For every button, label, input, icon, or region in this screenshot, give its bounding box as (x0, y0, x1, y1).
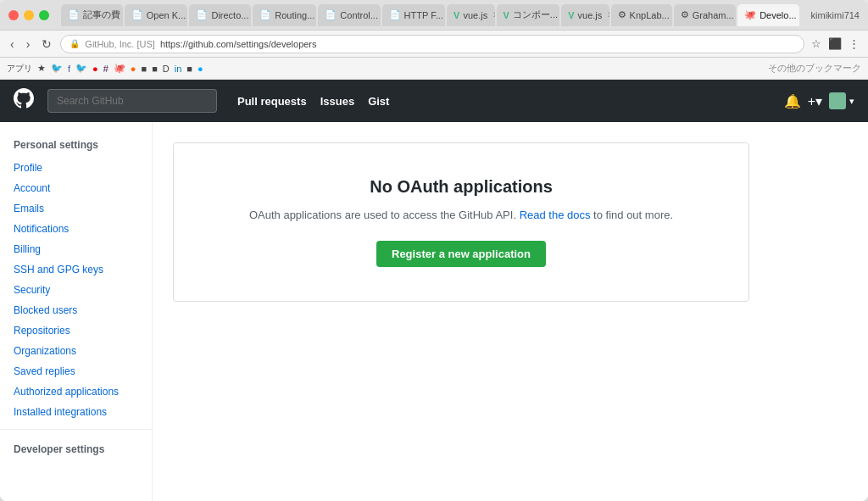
tab-kiji[interactable]: 📄 記事の費 ✕ (61, 4, 123, 26)
sidebar-item-organizations[interactable]: Organizations (0, 341, 152, 361)
tab-knplab[interactable]: ⚙ KnpLab... ✕ (611, 4, 672, 26)
register-new-app-button[interactable]: Register a new application (376, 241, 546, 267)
personal-settings-title: Personal settings (0, 136, 152, 158)
oauth-title: No OAuth applications (191, 177, 732, 197)
tab-open[interactable]: 📄 Open K... ✕ (125, 4, 188, 26)
tab-favicon: V (568, 10, 574, 20)
sidebar-item-repositories[interactable]: Repositories (0, 320, 152, 341)
refresh-button[interactable]: ↻ (38, 36, 55, 53)
tab-label: KnpLab... (630, 10, 670, 20)
page-body: Personal settings Profile Account Emails… (0, 122, 868, 501)
content-area: No OAuth applications OAuth applications… (153, 122, 868, 501)
bookmark-circle1[interactable]: ● (92, 64, 98, 74)
maximize-button[interactable] (39, 10, 49, 20)
tab-label: vue.js (578, 10, 603, 20)
tab-label: Control... (340, 10, 378, 20)
sidebar-item-saved-replies[interactable]: Saved replies (0, 361, 152, 381)
back-button[interactable]: ‹ (7, 36, 18, 53)
tabs-bar: 📄 記事の費 ✕ 📄 Open K... ✕ 📄 Directo... ✕ 📄 … (61, 4, 799, 26)
oauth-desc-suffix: to find out more. (593, 209, 673, 221)
bookmark-circle2[interactable]: ● (131, 64, 136, 74)
tab-label: 記事の費 (83, 8, 120, 21)
nav-pull-requests[interactable]: Pull requests (237, 95, 307, 108)
sidebar-item-notifications[interactable]: Notifications (0, 219, 152, 239)
oauth-desc-text: OAuth applications are used to access th… (249, 209, 516, 221)
tab-http[interactable]: 📄 HTTP F... ✕ (382, 4, 445, 26)
oauth-box: No OAuth applications OAuth applications… (173, 142, 749, 302)
address-text: https://github.com/settings/developers (160, 39, 317, 49)
sidebar-item-profile[interactable]: Profile (0, 158, 152, 178)
bookmark-linkedin[interactable]: in (175, 64, 182, 74)
browser-window: 📄 記事の費 ✕ 📄 Open K... ✕ 📄 Directo... ✕ 📄 … (0, 0, 868, 501)
address-company: GitHub, Inc. [US] (85, 39, 155, 49)
tab-routing[interactable]: 📄 Routing... ✕ (253, 4, 316, 26)
sidebar-item-authorized-apps[interactable]: Authorized applications (0, 381, 152, 402)
main-content: Pull requests Issues Gist 🔔 +▾ ▾ Persona… (0, 80, 868, 501)
bookmark-star[interactable]: ★ (37, 63, 46, 74)
tab-directo[interactable]: 📄 Directo... ✕ (189, 4, 251, 26)
close-button[interactable] (8, 10, 19, 20)
tab-close-icon[interactable]: ✕ (607, 10, 609, 19)
tab-control[interactable]: 📄 Control... ✕ (318, 4, 380, 26)
avatar (829, 92, 846, 109)
user-avatar-button[interactable]: ▾ (829, 92, 854, 109)
bookmark-twitter[interactable]: 🐦 (51, 63, 63, 74)
bookmark-slack[interactable]: # (103, 64, 108, 74)
sidebar-item-blocked-users[interactable]: Blocked users (0, 300, 152, 320)
avatar-caret: ▾ (849, 96, 854, 107)
tab-graham[interactable]: ⚙ Graham... ✕ (674, 4, 736, 26)
nav-actions: ☆ ⬛ ⋮ (810, 36, 861, 52)
bookmark-d[interactable]: D (163, 64, 170, 74)
tab-favicon: 📄 (131, 9, 143, 20)
bookmark-star-button[interactable]: ☆ (810, 36, 823, 52)
tab-konpo[interactable]: V コンポー... ✕ (497, 4, 560, 26)
tab-label: Routing... (275, 10, 314, 20)
bookmark-square2[interactable]: ■ (152, 64, 158, 74)
tab-label: vue.js (463, 10, 487, 20)
sidebar-item-emails[interactable]: Emails (0, 198, 152, 219)
forward-button[interactable]: › (23, 36, 34, 53)
tab-close-icon[interactable]: ✕ (492, 10, 494, 19)
sidebar-item-installed-integrations[interactable]: Installed integrations (0, 402, 152, 422)
tab-favicon: 📄 (196, 9, 208, 20)
sidebar-item-ssh-gpg[interactable]: SSH and GPG keys (0, 259, 152, 280)
sidebar-item-billing[interactable]: Billing (0, 239, 152, 259)
sidebar: Personal settings Profile Account Emails… (0, 122, 153, 501)
lock-icon: 🔒 (70, 39, 80, 48)
bookmark-github[interactable]: 🐙 (114, 63, 125, 74)
sidebar-divider (0, 429, 152, 430)
bookmark-square1[interactable]: ■ (142, 64, 147, 74)
tab-develo[interactable]: 🐙 Develo... ✕ (737, 4, 798, 26)
tab-favicon: 🐙 (744, 9, 756, 20)
bookmark-apps[interactable]: アプリ (7, 63, 32, 75)
tab-vue2[interactable]: V vue.js ✕ (561, 4, 609, 26)
traffic-lights (8, 10, 49, 20)
user-info: kimikimi714 (811, 10, 860, 20)
tab-label: コンポー... (513, 8, 558, 21)
sidebar-item-security[interactable]: Security (0, 280, 152, 300)
nav-gist[interactable]: Gist (368, 95, 389, 108)
github-logo (14, 88, 34, 114)
search-input[interactable] (47, 89, 217, 113)
menu-button[interactable]: ⋮ (847, 36, 861, 52)
developer-settings-title: Developer settings (0, 437, 152, 459)
tab-favicon: 📄 (389, 9, 401, 20)
minimize-button[interactable] (24, 10, 34, 20)
bookmark-circle3[interactable]: ● (198, 64, 203, 74)
bookmarks-bar: アプリ ★ 🐦 f 🐦 ● # 🐙 ● ■ ■ D in ■ ● その他のブック… (0, 58, 868, 80)
nav-bar: ‹ › ↻ 🔒 GitHub, Inc. [US] https://github… (0, 31, 868, 58)
sidebar-item-account[interactable]: Account (0, 178, 152, 198)
tab-favicon: V (453, 10, 459, 20)
add-button[interactable]: +▾ (808, 93, 822, 109)
bookmark-square3[interactable]: ■ (186, 64, 192, 74)
address-bar[interactable]: 🔒 GitHub, Inc. [US] https://github.com/s… (60, 35, 804, 53)
tab-vue1[interactable]: V vue.js ✕ (447, 4, 494, 26)
notifications-bell-button[interactable]: 🔔 (784, 93, 801, 109)
nav-issues[interactable]: Issues (320, 95, 354, 108)
bookmarks-more[interactable]: その他のブックマーク (768, 62, 861, 75)
tab-favicon: ⚙ (618, 9, 626, 20)
bookmark-facebook[interactable]: f (68, 64, 70, 74)
bookmark-twitter2[interactable]: 🐦 (75, 63, 87, 74)
extensions-button[interactable]: ⬛ (826, 36, 843, 52)
read-docs-link[interactable]: Read the docs (520, 209, 591, 221)
